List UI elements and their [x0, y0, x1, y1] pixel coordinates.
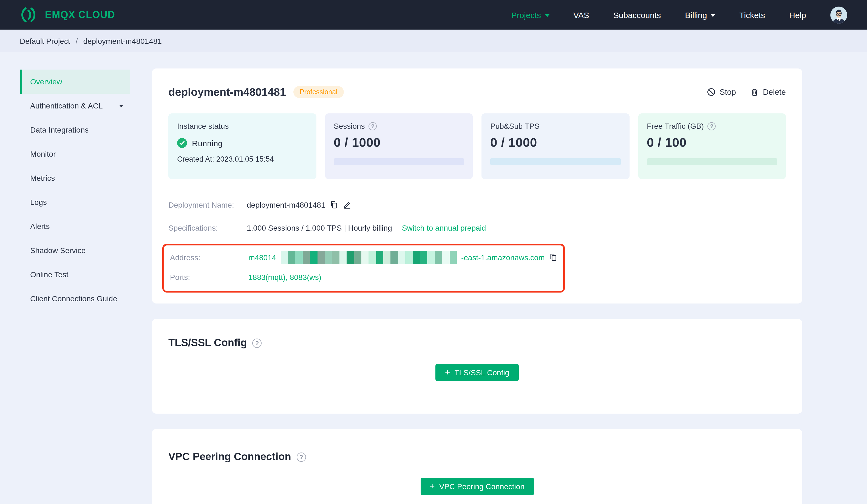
plus-icon: + — [445, 368, 450, 377]
ports-value: 1883(mqtt), 8083(ws) — [248, 273, 321, 282]
help-icon[interactable]: ? — [252, 338, 261, 348]
breadcrumb-separator: / — [76, 36, 78, 45]
nav-projects-label: Projects — [511, 10, 541, 20]
brand-name: EMQX CLOUD — [45, 9, 115, 21]
sidebar-item-authentication-acl[interactable]: Authentication & ACL — [20, 94, 130, 118]
breadcrumb: Default Project / deployment-m4801481 — [0, 30, 867, 52]
sidebar-item-data-integrations[interactable]: Data Integrations — [20, 118, 130, 142]
nav-help[interactable]: Help — [789, 10, 806, 20]
deployment-overview-card: deployment-m4801481 Professional Stop — [152, 68, 802, 304]
delete-button[interactable]: Delete — [750, 88, 786, 96]
sidebar-item-label: Metrics — [30, 174, 55, 183]
sidebar-item-client-connections-guide[interactable]: Client Connections Guide — [20, 286, 130, 311]
stop-button[interactable]: Stop — [707, 88, 736, 96]
add-vpc-peering-label: VPC Peering Connection — [439, 482, 525, 491]
top-nav-menu: Projects VAS Subaccounts Billing Tickets… — [511, 6, 847, 23]
help-icon[interactable]: ? — [708, 122, 716, 130]
delete-label: Delete — [763, 88, 786, 96]
specifications-row: Specifications: 1,000 Sessions / 1,000 T… — [168, 216, 786, 239]
stop-label: Stop — [719, 88, 736, 96]
nav-vas[interactable]: VAS — [573, 10, 589, 20]
chevron-down-icon — [711, 14, 715, 17]
stats-row: Instance status Running Created At: 2023… — [168, 113, 786, 179]
deployment-name-row: Deployment Name: deployment-m4801481 — [168, 193, 786, 216]
deployment-name-label: Deployment Name: — [168, 200, 247, 209]
sidebar-item-metrics[interactable]: Metrics — [20, 166, 130, 190]
created-at-text: Created At: 2023.01.05 15:54 — [177, 155, 307, 163]
status-badge: Running — [192, 138, 223, 147]
sidebar-item-label: Alerts — [30, 222, 50, 231]
user-avatar[interactable] — [830, 6, 847, 23]
sessions-value: 0 / 1000 — [334, 135, 464, 150]
nav-subaccounts[interactable]: Subaccounts — [613, 10, 661, 20]
tls-ssl-heading: TLS/SSL Config — [168, 337, 247, 349]
nav-billing-label: Billing — [685, 10, 707, 20]
help-icon[interactable]: ? — [369, 122, 377, 130]
deployment-name-value: deployment-m4801481 — [247, 200, 325, 209]
free-traffic-value: 0 / 100 — [647, 135, 777, 150]
nav-projects[interactable]: Projects — [511, 10, 549, 20]
stat-title: Free Traffic (GB) — [647, 122, 704, 130]
vpc-peering-heading: VPC Peering Connection — [168, 451, 291, 463]
stat-title: Pub&Sub TPS — [490, 122, 539, 130]
instance-status-card: Instance status Running Created At: 2023… — [168, 113, 316, 179]
check-circle-icon — [177, 138, 187, 148]
emqx-logo-icon — [20, 6, 39, 24]
stop-icon — [707, 88, 716, 96]
sidebar-item-label: Monitor — [30, 150, 56, 158]
pubsub-tps-progress-bar — [490, 158, 621, 165]
nav-billing[interactable]: Billing — [685, 10, 715, 20]
emqx-logo[interactable]: EMQX CLOUD — [20, 6, 115, 24]
sidebar-item-online-test[interactable]: Online Test — [20, 262, 130, 286]
breadcrumb-project[interactable]: Default Project — [20, 36, 70, 45]
sidebar-item-label: Data Integrations — [30, 125, 88, 134]
address-label: Address: — [170, 253, 248, 262]
sidebar-item-overview[interactable]: Overview — [20, 69, 130, 94]
sessions-card: Sessions ? 0 / 1000 — [325, 113, 473, 179]
sidebar-item-alerts[interactable]: Alerts — [20, 214, 130, 238]
plus-icon: + — [430, 482, 435, 491]
add-tls-ssl-config-button[interactable]: + TLS/SSL Config — [436, 364, 518, 381]
ports-label: Ports: — [170, 273, 248, 282]
address-prefix: m48014 — [248, 253, 276, 262]
free-traffic-progress-bar — [647, 158, 777, 165]
main-content: deployment-m4801481 Professional Stop — [152, 68, 802, 504]
sidebar-item-shadow-service[interactable]: Shadow Service — [20, 238, 130, 262]
stat-title: Instance status — [177, 122, 307, 130]
copy-icon — [549, 253, 558, 262]
add-tls-ssl-config-label: TLS/SSL Config — [454, 368, 509, 377]
redacted-address-mosaic — [280, 251, 457, 264]
plan-badge: Professional — [293, 86, 344, 98]
free-traffic-card: Free Traffic (GB) ? 0 / 100 — [638, 113, 786, 179]
avatar-illustration — [830, 6, 847, 23]
top-navbar: EMQX CLOUD Projects VAS Subaccounts Bill… — [0, 0, 867, 30]
sidebar-item-logs[interactable]: Logs — [20, 190, 130, 214]
sessions-progress-bar — [334, 158, 464, 165]
add-vpc-peering-button[interactable]: + VPC Peering Connection — [420, 478, 534, 495]
pubsub-tps-value: 0 / 1000 — [490, 135, 621, 150]
deployment-info: Deployment Name: deployment-m4801481 — [168, 193, 786, 293]
switch-annual-prepaid-link[interactable]: Switch to annual prepaid — [402, 223, 486, 232]
tls-ssl-section: TLS/SSL Config ? + TLS/SSL Config — [152, 319, 802, 414]
chevron-down-icon — [545, 14, 549, 17]
chevron-down-icon — [119, 105, 124, 107]
ports-row: Ports: 1883(mqtt), 8083(ws) — [170, 267, 563, 287]
sidebar-item-label: Logs — [30, 198, 47, 207]
copy-address-button[interactable] — [549, 253, 558, 262]
sidebar-item-label: Overview — [30, 77, 62, 86]
address-suffix: -east-1.amazonaws.com — [461, 253, 545, 262]
edit-deployment-name-button[interactable] — [343, 200, 352, 209]
specifications-value: 1,000 Sessions / 1,000 TPS | Hourly bill… — [247, 223, 392, 232]
sidebar-item-label: Authentication & ACL — [30, 101, 103, 110]
trash-icon — [750, 88, 759, 96]
sidebar-item-label: Shadow Service — [30, 246, 86, 255]
deployment-header: deployment-m4801481 Professional Stop — [168, 84, 786, 100]
sidebar-item-monitor[interactable]: Monitor — [20, 142, 130, 166]
breadcrumb-current: deployment-m4801481 — [83, 36, 161, 45]
help-icon[interactable]: ? — [297, 452, 306, 462]
nav-tickets[interactable]: Tickets — [739, 10, 765, 20]
vpc-peering-section: VPC Peering Connection ? + VPC Peering C… — [152, 429, 802, 504]
sidebar: Overview Authentication & ACL Data Integ… — [20, 69, 130, 311]
deployment-title: deployment-m4801481 — [168, 86, 286, 98]
copy-deployment-name-button[interactable] — [330, 200, 338, 209]
